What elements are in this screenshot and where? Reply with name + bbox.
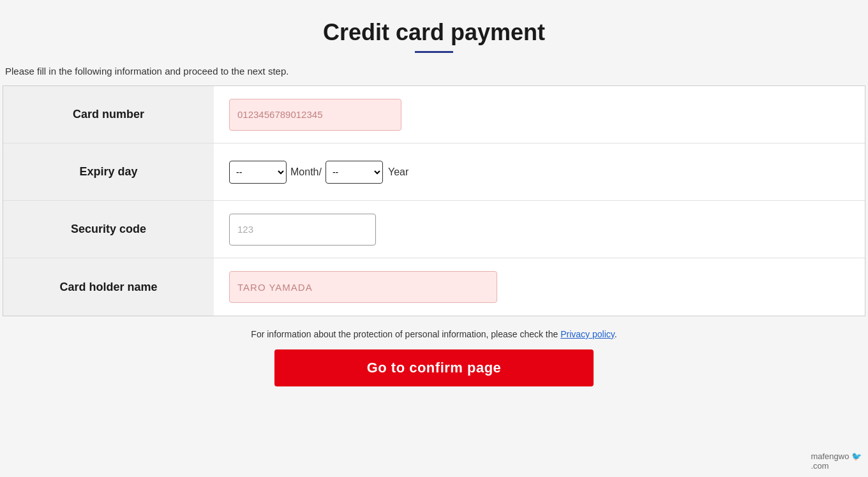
expiry-month-select[interactable]: --010203040506070809101112 — [229, 161, 287, 184]
card-number-row: Card number — [3, 86, 865, 143]
expiry-day-label: Expiry day — [79, 165, 137, 179]
card-holder-name-label: Card holder name — [59, 281, 157, 294]
card-holder-name-input[interactable] — [229, 271, 497, 303]
title-section: Credit card payment — [0, 19, 868, 53]
expiry-year-select[interactable]: --202420252026202720282029203020312032 — [326, 161, 383, 184]
card-number-input[interactable] — [229, 99, 401, 131]
security-code-label-cell: Security code — [3, 201, 214, 258]
page-title: Credit card payment — [0, 19, 868, 46]
security-code-input[interactable] — [229, 214, 376, 246]
security-code-input-cell — [214, 202, 865, 257]
watermark: mafengwo 🐦.com — [811, 451, 862, 471]
privacy-policy-link[interactable]: Privacy policy — [560, 329, 615, 339]
footer-text-after-link: . — [615, 329, 617, 339]
subtitle: Please fill in the following information… — [5, 66, 868, 77]
payment-form: Card number Expiry day --010203040506070… — [3, 85, 865, 316]
footer-text-before-link: For information about the protection of … — [251, 329, 560, 339]
expiry-day-label-cell: Expiry day — [3, 143, 214, 200]
card-holder-name-input-cell — [214, 260, 865, 314]
title-underline — [415, 51, 453, 53]
page-wrapper: Credit card payment Please fill in the f… — [0, 0, 868, 399]
expiry-wrapper: --010203040506070809101112 Month/ --2024… — [229, 161, 408, 184]
card-number-input-cell — [214, 87, 865, 142]
card-number-label: Card number — [73, 108, 144, 121]
footer-text: For information about the protection of … — [0, 329, 868, 339]
card-holder-name-label-cell: Card holder name — [3, 258, 214, 316]
expiry-day-row: Expiry day --010203040506070809101112 Mo… — [3, 143, 865, 201]
expiry-year-label: Year — [388, 166, 408, 178]
confirm-button[interactable]: Go to confirm page — [274, 349, 594, 386]
expiry-separator: Month/ — [290, 166, 322, 178]
security-code-row: Security code — [3, 201, 865, 258]
security-code-label: Security code — [71, 223, 146, 236]
card-number-label-cell: Card number — [3, 86, 214, 143]
card-holder-name-row: Card holder name — [3, 258, 865, 316]
expiry-day-input-cell: --010203040506070809101112 Month/ --2024… — [214, 149, 865, 195]
watermark-text: mafengwo 🐦.com — [811, 451, 862, 471]
